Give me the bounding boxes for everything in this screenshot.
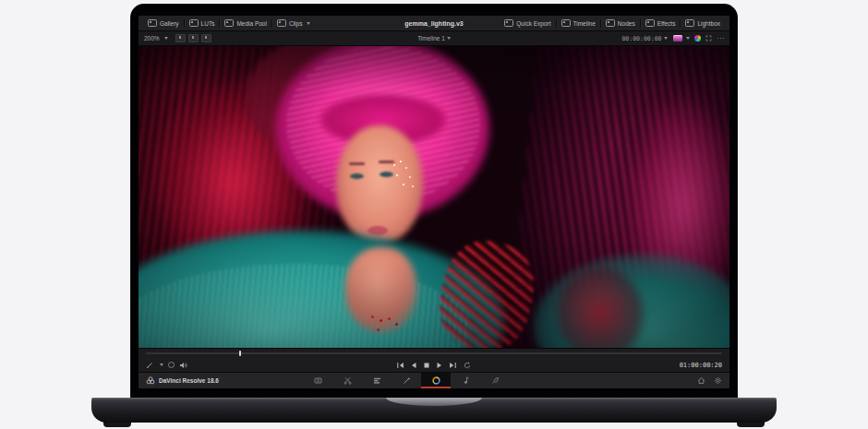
scrubber-track[interactable] (146, 352, 722, 354)
skip-end-button[interactable] (450, 362, 457, 369)
color-wheel-icon[interactable] (694, 35, 701, 42)
page-tabs (303, 373, 510, 388)
laptop-base (91, 398, 777, 423)
viewer-options-bar: 200% Timeline 1 00:00:00:00 (139, 31, 729, 46)
photo-vignette (139, 46, 729, 348)
clips-button[interactable]: Clips (272, 19, 315, 27)
chevron-down-icon (160, 363, 163, 366)
nodes-panel-button[interactable]: Nodes (601, 19, 640, 27)
davinci-resolve-window: Gallery LUTs Media Pool Clips (139, 16, 729, 388)
media-pool-button[interactable]: Media Pool (220, 19, 271, 27)
app-name: DaVinci Resolve 18.6 (159, 377, 219, 384)
more-options-icon[interactable] (717, 38, 725, 40)
loop-button[interactable] (464, 362, 472, 369)
clips-icon (277, 19, 286, 27)
quick-export-icon (504, 19, 513, 27)
timeline-icon (561, 19, 571, 27)
fairlight-page-icon (462, 376, 470, 385)
record-timecode: 01:00:00:20 (680, 362, 722, 369)
chevron-down-icon (307, 22, 310, 25)
home-icon[interactable] (697, 376, 705, 385)
playhead[interactable] (239, 351, 241, 356)
deliver-page-icon (491, 376, 500, 385)
luts-icon (189, 19, 199, 27)
volume-icon[interactable] (179, 362, 187, 369)
davinci-resolve-logo (146, 376, 155, 385)
gallery-label: Gallery (160, 20, 179, 27)
macbook-pro: Gallery LUTs Media Pool Clips (0, 0, 868, 429)
laptop-lid-notch (386, 398, 482, 406)
lightbox-icon (685, 19, 694, 27)
clips-label: Clips (289, 20, 302, 27)
gallery-icon (148, 19, 157, 27)
viewer-scrubber[interactable] (139, 348, 729, 358)
timeline-selector-value: Timeline 1 (417, 35, 445, 42)
transport-bar: 01:00:00:20 (139, 358, 729, 372)
gallery-button[interactable]: Gallery (143, 19, 184, 27)
fusion-page-icon (403, 376, 411, 385)
page-tab-media[interactable] (303, 373, 332, 388)
lightbox-button[interactable]: Lightbox (681, 19, 725, 27)
lightbox-label: Lightbox (697, 20, 720, 27)
zoom-level-dropdown[interactable]: 200% (144, 35, 173, 42)
expand-icon[interactable] (705, 35, 712, 42)
zoom-level-value: 200% (144, 35, 160, 42)
step-back-button[interactable] (411, 362, 417, 369)
effects-panel-button[interactable]: Effects (641, 19, 681, 27)
color-page-icon (432, 376, 440, 385)
scopes-thumbnail-icon[interactable] (673, 35, 682, 42)
nodes-label: Nodes (618, 20, 635, 27)
grade-tool-icon[interactable] (146, 362, 153, 369)
page-tab-deliver[interactable] (480, 373, 510, 388)
nodes-icon (606, 19, 615, 27)
edit-page-icon (373, 376, 381, 385)
laptop-screen-bezel: Gallery LUTs Media Pool Clips (130, 4, 738, 399)
viewer-mode-button-2[interactable] (188, 34, 199, 42)
viewer-canvas[interactable] (139, 46, 729, 348)
cut-page-icon (344, 376, 352, 385)
media-pool-icon (224, 19, 234, 27)
page-tab-fairlight[interactable] (451, 373, 480, 388)
stop-button[interactable] (424, 362, 430, 369)
chevron-down-icon (447, 37, 451, 40)
page-tab-cut[interactable] (332, 373, 362, 388)
timeline-label: Timeline (573, 20, 596, 27)
viewer-mode-button-1[interactable] (175, 34, 186, 42)
top-toolbar: Gallery LUTs Media Pool Clips (139, 16, 729, 31)
chevron-down-icon (664, 37, 668, 40)
skip-start-button[interactable] (397, 362, 404, 369)
effects-icon (645, 19, 655, 27)
source-timecode: 00:00:00:00 (621, 35, 661, 42)
viewer-mode-button-3[interactable] (201, 34, 211, 42)
page-tab-edit[interactable] (362, 373, 392, 388)
page-tab-fusion[interactable] (392, 373, 421, 388)
unmix-icon[interactable] (168, 362, 175, 368)
page-tab-color[interactable] (421, 373, 451, 388)
effects-label: Effects (657, 20, 676, 27)
chevron-down-icon (164, 37, 168, 40)
quick-export-button[interactable]: Quick Export (500, 19, 555, 27)
page-navigation-bar: DaVinci Resolve 18.6 (139, 372, 729, 388)
quick-export-label: Quick Export (516, 20, 550, 27)
timeline-selector[interactable]: Timeline 1 (417, 35, 451, 42)
luts-label: LUTs (201, 20, 215, 27)
play-button[interactable] (437, 362, 443, 369)
luts-button[interactable]: LUTs (185, 19, 220, 27)
timeline-panel-button[interactable]: Timeline (557, 19, 600, 27)
chevron-down-icon (686, 37, 690, 40)
media-pool-label: Media Pool (236, 20, 267, 27)
project-title: gemma_lighting.v3 (404, 20, 463, 27)
settings-gear-icon[interactable] (714, 376, 722, 385)
media-page-icon (314, 376, 322, 385)
